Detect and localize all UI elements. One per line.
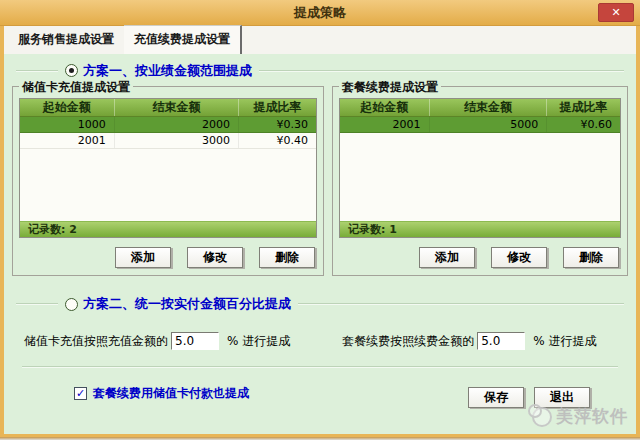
package-renewal-percent-input[interactable]	[477, 332, 525, 350]
divider-line	[259, 70, 624, 72]
cell-end-amount: 2000	[115, 117, 239, 132]
stored-card-percent-group: 储值卡充值按照充值金额的 % 进行提成	[24, 332, 290, 350]
cell-commission-rate: ¥0.40	[239, 133, 316, 148]
table-row[interactable]: 2001 3000 ¥0.40	[20, 133, 316, 149]
cell-start-amount: 1000	[20, 117, 115, 132]
edit-button[interactable]: 修改	[491, 247, 547, 268]
package-renewal-panel-title: 套餐续费提成设置	[339, 79, 441, 96]
package-renewal-panel: 套餐续费提成设置 起始金额 结束金额 提成比率 2001 5000 ¥0.60	[332, 86, 628, 276]
tab-content: 方案一、按业绩金额范围提成 储值卡充值提成设置 起始金额 结束金额 提成比率	[4, 54, 636, 434]
tab-service-sales[interactable]: 服务销售提成设置	[8, 26, 124, 54]
dialog-window: 提成策略 ✕ 服务销售提成设置 充值续费提成设置 方案一、按业绩金额范围提成 储…	[0, 0, 640, 440]
plan1-radio[interactable]	[65, 64, 78, 77]
table-empty-area	[340, 133, 620, 221]
column-header-end-amount: 结束金额	[430, 99, 548, 116]
delete-button[interactable]: 删除	[259, 247, 315, 268]
title-bar: 提成策略 ✕	[0, 0, 640, 26]
edit-button[interactable]: 修改	[187, 247, 243, 268]
table-empty-area	[20, 149, 316, 221]
package-renewal-percent-group: 套餐续费按照续费金额的 % 进行提成	[342, 332, 596, 350]
cell-commission-rate: ¥0.60	[547, 117, 620, 132]
stored-card-percent-input[interactable]	[171, 332, 219, 350]
add-button[interactable]: 添加	[115, 247, 171, 268]
plan2-label: 方案二、统一按实付金额百分比提成	[83, 295, 291, 313]
cell-commission-rate: ¥0.30	[239, 117, 316, 132]
renewal-paid-by-card-label: 套餐续费用储值卡付款也提成	[93, 385, 249, 402]
cell-start-amount: 2001	[340, 117, 430, 132]
vendor-watermark: 美萍软件	[532, 405, 628, 428]
stored-card-percent-label: 储值卡充值按照充值金额的	[24, 333, 168, 350]
plan1-label: 方案一、按业绩金额范围提成	[83, 62, 252, 80]
table-row[interactable]: 1000 2000 ¥0.30	[20, 117, 316, 133]
divider-line	[16, 70, 58, 72]
window-title: 提成策略	[294, 4, 346, 22]
add-button[interactable]: 添加	[419, 247, 475, 268]
plan2-radio[interactable]	[65, 298, 78, 311]
plan1-row: 方案一、按业绩金额范围提成	[4, 54, 636, 80]
package-renewal-percent-label: 套餐续费按照续费金额的	[342, 333, 474, 350]
column-header-start-amount: 起始金额	[340, 99, 430, 116]
stored-card-table: 起始金额 结束金额 提成比率 1000 2000 ¥0.30 2001 3000	[19, 98, 317, 238]
panels-row: 储值卡充值提成设置 起始金额 结束金额 提成比率 1000 2000 ¥0.30	[12, 86, 628, 276]
column-header-commission-rate: 提成比率	[239, 99, 316, 116]
divider-line	[16, 303, 58, 305]
dialog-frame: 服务销售提成设置 充值续费提成设置 方案一、按业绩金额范围提成 储值卡充值提成设…	[4, 26, 636, 434]
vendor-watermark-text: 美萍软件	[556, 405, 628, 428]
stored-card-panel: 储值卡充值提成设置 起始金额 结束金额 提成比率 1000 2000 ¥0.30	[12, 86, 324, 276]
stored-card-buttons: 添加 修改 删除	[115, 247, 315, 268]
cell-end-amount: 5000	[430, 117, 548, 132]
package-renewal-table: 起始金额 结束金额 提成比率 2001 5000 ¥0.60 记录数: 1	[339, 98, 621, 238]
table-header: 起始金额 结束金额 提成比率	[340, 99, 620, 117]
stored-card-panel-title: 储值卡充值提成设置	[19, 79, 133, 96]
cell-start-amount: 2001	[20, 133, 115, 148]
exit-button[interactable]: 退出	[534, 387, 590, 408]
table-row[interactable]: 2001 5000 ¥0.60	[340, 117, 620, 133]
column-header-start-amount: 起始金额	[20, 99, 115, 116]
renewal-paid-by-card-checkbox[interactable]: ✓	[74, 387, 87, 400]
stored-card-percent-suffix: % 进行提成	[227, 333, 290, 350]
record-count-bar: 记录数: 1	[340, 221, 620, 237]
percent-settings-row: 储值卡充值按照充值金额的 % 进行提成 套餐续费按照续费金额的 % 进行提成	[24, 330, 636, 352]
delete-button[interactable]: 删除	[563, 247, 619, 268]
tab-strip: 服务销售提成设置 充值续费提成设置	[4, 26, 636, 54]
package-renewal-percent-suffix: % 进行提成	[533, 333, 596, 350]
vendor-logo-icon	[532, 407, 552, 427]
column-header-commission-rate: 提成比率	[547, 99, 620, 116]
divider-line	[298, 303, 624, 305]
horizontal-separator	[22, 366, 618, 368]
column-header-end-amount: 结束金额	[115, 99, 239, 116]
table-header: 起始金额 结束金额 提成比率	[20, 99, 316, 117]
tab-recharge-renewal[interactable]: 充值续费提成设置	[124, 25, 242, 54]
save-button[interactable]: 保存	[468, 387, 524, 408]
package-renewal-buttons: 添加 修改 删除	[419, 247, 619, 268]
record-count-bar: 记录数: 2	[20, 221, 316, 237]
close-icon[interactable]: ✕	[598, 3, 634, 22]
plan2-row: 方案二、统一按实付金额百分比提成	[4, 294, 636, 314]
cell-end-amount: 3000	[115, 133, 239, 148]
